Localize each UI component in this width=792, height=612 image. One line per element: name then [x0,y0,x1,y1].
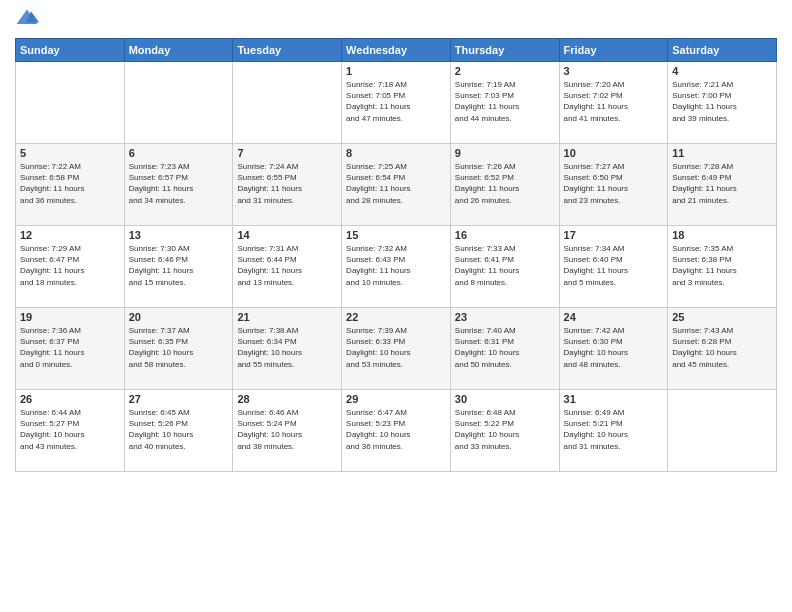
week-row-2: 12Sunrise: 7:29 AM Sunset: 6:47 PM Dayli… [16,226,777,308]
day-number: 30 [455,393,555,405]
day-info: Sunrise: 7:36 AM Sunset: 6:37 PM Dayligh… [20,325,120,370]
day-cell: 13Sunrise: 7:30 AM Sunset: 6:46 PM Dayli… [124,226,233,308]
day-cell: 31Sunrise: 6:49 AM Sunset: 5:21 PM Dayli… [559,390,668,472]
day-cell: 9Sunrise: 7:26 AM Sunset: 6:52 PM Daylig… [450,144,559,226]
page: SundayMondayTuesdayWednesdayThursdayFrid… [0,0,792,612]
day-number: 16 [455,229,555,241]
day-info: Sunrise: 7:21 AM Sunset: 7:00 PM Dayligh… [672,79,772,124]
day-number: 28 [237,393,337,405]
day-info: Sunrise: 7:23 AM Sunset: 6:57 PM Dayligh… [129,161,229,206]
day-number: 19 [20,311,120,323]
day-cell: 24Sunrise: 7:42 AM Sunset: 6:30 PM Dayli… [559,308,668,390]
weekday-header-saturday: Saturday [668,39,777,62]
weekday-header-sunday: Sunday [16,39,125,62]
day-cell: 18Sunrise: 7:35 AM Sunset: 6:38 PM Dayli… [668,226,777,308]
day-info: Sunrise: 7:32 AM Sunset: 6:43 PM Dayligh… [346,243,446,288]
day-cell: 19Sunrise: 7:36 AM Sunset: 6:37 PM Dayli… [16,308,125,390]
weekday-header-tuesday: Tuesday [233,39,342,62]
day-number: 8 [346,147,446,159]
header [15,10,777,30]
day-cell: 23Sunrise: 7:40 AM Sunset: 6:31 PM Dayli… [450,308,559,390]
day-number: 21 [237,311,337,323]
day-number: 18 [672,229,772,241]
day-number: 26 [20,393,120,405]
weekday-header-friday: Friday [559,39,668,62]
day-number: 24 [564,311,664,323]
day-number: 3 [564,65,664,77]
day-cell: 12Sunrise: 7:29 AM Sunset: 6:47 PM Dayli… [16,226,125,308]
day-number: 5 [20,147,120,159]
day-number: 15 [346,229,446,241]
day-info: Sunrise: 6:44 AM Sunset: 5:27 PM Dayligh… [20,407,120,452]
day-number: 12 [20,229,120,241]
day-number: 9 [455,147,555,159]
day-info: Sunrise: 7:33 AM Sunset: 6:41 PM Dayligh… [455,243,555,288]
week-row-3: 19Sunrise: 7:36 AM Sunset: 6:37 PM Dayli… [16,308,777,390]
day-info: Sunrise: 7:26 AM Sunset: 6:52 PM Dayligh… [455,161,555,206]
week-row-1: 5Sunrise: 7:22 AM Sunset: 6:58 PM Daylig… [16,144,777,226]
day-number: 14 [237,229,337,241]
day-info: Sunrise: 7:19 AM Sunset: 7:03 PM Dayligh… [455,79,555,124]
day-info: Sunrise: 6:47 AM Sunset: 5:23 PM Dayligh… [346,407,446,452]
day-cell: 17Sunrise: 7:34 AM Sunset: 6:40 PM Dayli… [559,226,668,308]
day-info: Sunrise: 6:46 AM Sunset: 5:24 PM Dayligh… [237,407,337,452]
day-number: 2 [455,65,555,77]
day-info: Sunrise: 6:45 AM Sunset: 5:26 PM Dayligh… [129,407,229,452]
day-cell: 8Sunrise: 7:25 AM Sunset: 6:54 PM Daylig… [342,144,451,226]
day-number: 13 [129,229,229,241]
day-number: 31 [564,393,664,405]
day-cell [124,62,233,144]
day-info: Sunrise: 7:29 AM Sunset: 6:47 PM Dayligh… [20,243,120,288]
day-number: 1 [346,65,446,77]
day-cell: 2Sunrise: 7:19 AM Sunset: 7:03 PM Daylig… [450,62,559,144]
calendar: SundayMondayTuesdayWednesdayThursdayFrid… [15,38,777,472]
day-cell: 26Sunrise: 6:44 AM Sunset: 5:27 PM Dayli… [16,390,125,472]
day-info: Sunrise: 6:49 AM Sunset: 5:21 PM Dayligh… [564,407,664,452]
day-info: Sunrise: 7:31 AM Sunset: 6:44 PM Dayligh… [237,243,337,288]
day-cell [233,62,342,144]
day-info: Sunrise: 7:25 AM Sunset: 6:54 PM Dayligh… [346,161,446,206]
day-cell: 5Sunrise: 7:22 AM Sunset: 6:58 PM Daylig… [16,144,125,226]
day-number: 10 [564,147,664,159]
day-cell: 20Sunrise: 7:37 AM Sunset: 6:35 PM Dayli… [124,308,233,390]
day-cell: 1Sunrise: 7:18 AM Sunset: 7:05 PM Daylig… [342,62,451,144]
day-info: Sunrise: 7:28 AM Sunset: 6:49 PM Dayligh… [672,161,772,206]
day-info: Sunrise: 7:30 AM Sunset: 6:46 PM Dayligh… [129,243,229,288]
day-cell: 28Sunrise: 6:46 AM Sunset: 5:24 PM Dayli… [233,390,342,472]
day-cell: 25Sunrise: 7:43 AM Sunset: 6:28 PM Dayli… [668,308,777,390]
day-info: Sunrise: 7:35 AM Sunset: 6:38 PM Dayligh… [672,243,772,288]
weekday-header-thursday: Thursday [450,39,559,62]
day-number: 17 [564,229,664,241]
day-cell: 21Sunrise: 7:38 AM Sunset: 6:34 PM Dayli… [233,308,342,390]
weekday-header-row: SundayMondayTuesdayWednesdayThursdayFrid… [16,39,777,62]
day-info: Sunrise: 7:24 AM Sunset: 6:55 PM Dayligh… [237,161,337,206]
day-info: Sunrise: 6:48 AM Sunset: 5:22 PM Dayligh… [455,407,555,452]
day-info: Sunrise: 7:39 AM Sunset: 6:33 PM Dayligh… [346,325,446,370]
day-number: 11 [672,147,772,159]
day-cell: 16Sunrise: 7:33 AM Sunset: 6:41 PM Dayli… [450,226,559,308]
week-row-0: 1Sunrise: 7:18 AM Sunset: 7:05 PM Daylig… [16,62,777,144]
day-cell: 10Sunrise: 7:27 AM Sunset: 6:50 PM Dayli… [559,144,668,226]
day-number: 20 [129,311,229,323]
day-number: 25 [672,311,772,323]
weekday-header-wednesday: Wednesday [342,39,451,62]
day-cell: 6Sunrise: 7:23 AM Sunset: 6:57 PM Daylig… [124,144,233,226]
day-cell [16,62,125,144]
day-info: Sunrise: 7:43 AM Sunset: 6:28 PM Dayligh… [672,325,772,370]
day-cell: 30Sunrise: 6:48 AM Sunset: 5:22 PM Dayli… [450,390,559,472]
day-cell: 29Sunrise: 6:47 AM Sunset: 5:23 PM Dayli… [342,390,451,472]
logo-icon [15,8,39,28]
day-cell: 15Sunrise: 7:32 AM Sunset: 6:43 PM Dayli… [342,226,451,308]
day-info: Sunrise: 7:37 AM Sunset: 6:35 PM Dayligh… [129,325,229,370]
day-info: Sunrise: 7:42 AM Sunset: 6:30 PM Dayligh… [564,325,664,370]
day-cell: 4Sunrise: 7:21 AM Sunset: 7:00 PM Daylig… [668,62,777,144]
day-number: 22 [346,311,446,323]
day-info: Sunrise: 7:38 AM Sunset: 6:34 PM Dayligh… [237,325,337,370]
day-cell: 22Sunrise: 7:39 AM Sunset: 6:33 PM Dayli… [342,308,451,390]
day-info: Sunrise: 7:27 AM Sunset: 6:50 PM Dayligh… [564,161,664,206]
day-number: 23 [455,311,555,323]
day-cell: 7Sunrise: 7:24 AM Sunset: 6:55 PM Daylig… [233,144,342,226]
day-info: Sunrise: 7:20 AM Sunset: 7:02 PM Dayligh… [564,79,664,124]
day-number: 4 [672,65,772,77]
day-number: 6 [129,147,229,159]
